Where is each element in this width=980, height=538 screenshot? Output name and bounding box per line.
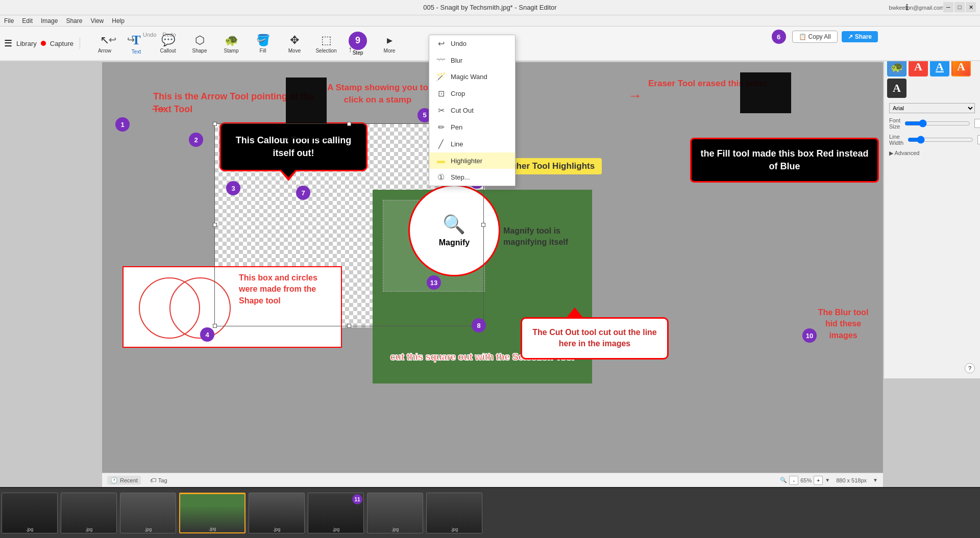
right-panel: Quick Styles ⇗ Theme: Basic 🐢 A A A A Ar…: [883, 27, 980, 378]
move-icon: ✥: [290, 34, 299, 47]
stamp-label: Stamp: [224, 48, 239, 54]
filmstrip-thumb-5[interactable]: .jpg: [249, 493, 305, 533]
badge-11: 11: [352, 494, 362, 504]
advanced-row[interactable]: ▶ Advanced: [884, 148, 980, 159]
magic-wand-icon: 🪄: [435, 72, 447, 82]
tag-label: Tag: [158, 477, 167, 483]
line-width-slider[interactable]: [908, 136, 973, 144]
copy-all-button[interactable]: 📋 Copy All: [792, 31, 838, 43]
font-size-slider[interactable]: [904, 119, 970, 127]
thumb-5-content: .jpg: [249, 493, 304, 533]
menu-file[interactable]: File: [4, 17, 14, 24]
redo-button[interactable]: ↪: [122, 32, 139, 48]
capture-label[interactable]: Capture: [50, 40, 74, 47]
more-icon: ▸: [387, 34, 393, 47]
filmstrip-thumb-8[interactable]: .jpg: [426, 493, 482, 533]
shape-tool-button[interactable]: ⬡ Shape: [184, 28, 215, 59]
menu-pen[interactable]: ✏ Pen: [429, 119, 515, 136]
font-row: Arial: [884, 101, 980, 115]
tag-icon: 🏷: [150, 477, 156, 484]
menu-crop[interactable]: ⊡ Crop: [429, 85, 515, 102]
menu-share[interactable]: Share: [66, 17, 82, 24]
font-size-input[interactable]: 24: [974, 119, 980, 128]
zoom-dropdown-icon[interactable]: ▼: [825, 477, 830, 483]
library-section: ☰ Library Capture: [4, 38, 80, 49]
close-button[interactable]: ✕: [966, 2, 976, 12]
zoom-out-button[interactable]: -: [789, 476, 798, 485]
fill-tool-button[interactable]: 🪣 Fill: [248, 28, 278, 59]
undo-menu-icon: ↩: [435, 39, 447, 48]
stamp-tool-button[interactable]: 🐢 Stamp: [216, 28, 247, 59]
menu-image[interactable]: Image: [41, 17, 58, 24]
swatch-a4[interactable]: A: [887, 79, 906, 98]
dropdown-menu: ↩ Undo 〰 Blur 🪄 Magic Wand ⊡ Crop ✂ Cut …: [429, 35, 516, 186]
font-size-row: Font Size 24: [884, 115, 980, 132]
highlighter-label: Highlighter: [451, 157, 482, 165]
thumb-2-content: .jpg: [61, 493, 116, 533]
menu-blur[interactable]: 〰 Blur: [429, 52, 515, 68]
cutout-annotation-box: The Cut Out tool cut out the line here i…: [521, 317, 669, 360]
share-label: Share: [855, 33, 872, 40]
blur-icon: 〰: [435, 56, 447, 65]
fill-icon: 🪣: [256, 34, 270, 47]
filmstrip-thumb-2[interactable]: .jpg: [61, 493, 117, 533]
badge-6: 6: [772, 30, 786, 44]
eraser-arrow-black: [740, 72, 791, 113]
filmstrip-thumb-4[interactable]: .jpg: [179, 493, 246, 533]
undo-label: Undo: [141, 32, 158, 48]
menu-undo[interactable]: ↩ Undo: [429, 35, 515, 52]
blur-label: Blur: [451, 57, 462, 64]
menu-line[interactable]: ╱ Line: [429, 136, 515, 152]
menu-magic-wand[interactable]: 🪄 Magic Wand: [429, 68, 515, 85]
menu-highlighter[interactable]: ▬ Highlighter: [429, 152, 515, 169]
fill-label: Fill: [260, 48, 266, 54]
minimize-button[interactable]: ─: [943, 2, 953, 12]
recent-tab[interactable]: 🕐 Recent: [107, 476, 141, 485]
crop-label: Crop: [451, 90, 465, 97]
hamburger-icon[interactable]: ☰: [4, 38, 12, 49]
filmstrip-thumb-3[interactable]: .jpg: [120, 493, 176, 533]
cutout-tail: [566, 308, 584, 319]
more-tool-button[interactable]: ▸ More: [374, 28, 405, 59]
dimensions-dropdown-icon[interactable]: ▼: [873, 477, 878, 483]
cutout-icon: ✂: [435, 106, 447, 115]
tag-tab[interactable]: 🏷 Tag: [147, 476, 170, 485]
step-menu-icon: ①: [435, 172, 447, 182]
cutout-label: Cut Out: [451, 107, 474, 114]
pen-label: Pen: [451, 123, 462, 131]
badge-2: 2: [189, 133, 203, 147]
line-width-input[interactable]: 4: [977, 135, 980, 144]
zoom-in-button[interactable]: +: [814, 476, 823, 485]
menu-step[interactable]: ① Step...: [429, 169, 515, 186]
maximize-button[interactable]: □: [954, 2, 965, 12]
menu-edit[interactable]: Edit: [22, 17, 33, 24]
user-info: bwkeeton@gmail.com: [889, 5, 944, 11]
selection-tool-button[interactable]: ⬚ Selection: [311, 28, 341, 59]
pen-icon: ✏: [435, 122, 447, 132]
badge-4: 4: [200, 327, 214, 342]
font-size-label: Font Size: [889, 117, 900, 130]
help-icon[interactable]: ?: [965, 363, 975, 373]
more-label: More: [384, 48, 396, 54]
filmstrip-thumb-1[interactable]: .jpg: [2, 493, 58, 533]
recent-label: Recent: [120, 477, 138, 483]
selection-icon: ⬚: [321, 34, 332, 47]
thumb-7-content: .jpg: [368, 493, 423, 533]
filmstrip-thumb-6[interactable]: 11 .jpg: [308, 493, 364, 533]
library-label[interactable]: Library: [16, 40, 37, 47]
move-tool-button[interactable]: ✥ Move: [279, 28, 310, 59]
menu-help[interactable]: Help: [112, 17, 125, 24]
advanced-label: ▶ Advanced: [889, 150, 919, 157]
zoom-level: 65%: [800, 477, 812, 483]
thumb-8-content: .jpg: [427, 493, 482, 533]
step-tool-button[interactable]: 9 Step: [342, 28, 373, 59]
menu-cutout[interactable]: ✂ Cut Out: [429, 102, 515, 119]
share-button[interactable]: ↗ Share: [842, 31, 878, 42]
step-label: Step: [353, 50, 363, 56]
share-icon: ↗: [848, 33, 853, 40]
filmstrip-thumb-7[interactable]: .jpg: [367, 493, 423, 533]
undo-button[interactable]: ↩: [104, 32, 120, 48]
shape-label: Shape: [192, 48, 207, 54]
menu-view[interactable]: View: [90, 17, 104, 24]
font-select[interactable]: Arial: [889, 103, 975, 113]
